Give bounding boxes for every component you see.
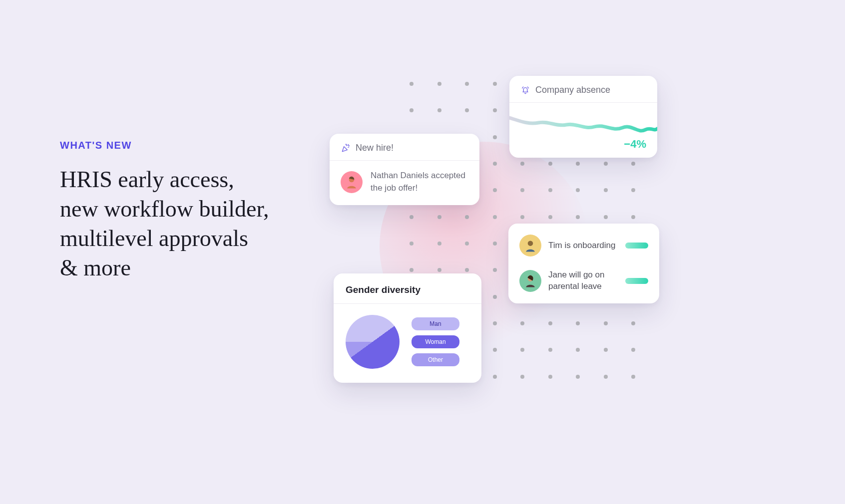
svg-point-1 <box>346 144 346 145</box>
card-absence-header: Company absence <box>509 76 657 103</box>
status-bar-jane <box>625 278 648 284</box>
svg-point-0 <box>349 145 349 146</box>
hero-line-2: new workflow builder, <box>60 196 269 222</box>
card-gender-title: Gender diversity <box>334 273 481 304</box>
absence-delta: −4% <box>624 138 646 151</box>
card-gender-diversity: Gender diversity Man Woman Other <box>334 273 481 383</box>
legend-man: Man <box>412 317 459 330</box>
hero-headline: HRIS early access, new workflow builder,… <box>60 165 340 283</box>
hero-line-1: HRIS early access, <box>60 167 234 192</box>
gender-pie-chart <box>346 315 400 369</box>
legend-woman: Woman <box>412 335 459 348</box>
card-company-absence: Company absence −4% <box>509 76 657 158</box>
avatar-nathan <box>341 171 363 193</box>
bell-icon <box>520 85 530 95</box>
hero-line-3: multilevel approvals <box>60 226 248 251</box>
status-row-jane: Jane will go on parental leave <box>519 269 648 292</box>
status-text-tim: Tim is onboarding <box>548 240 618 252</box>
svg-point-3 <box>528 241 533 246</box>
hero-eyebrow: WHAT'S NEW <box>60 140 340 151</box>
legend-other: Other <box>412 353 459 366</box>
hero-block: WHAT'S NEW HRIS early access, new workfl… <box>60 140 340 283</box>
status-text-jane: Jane will go on parental leave <box>548 269 618 292</box>
hero-line-4: & more <box>60 255 131 280</box>
avatar-jane <box>519 270 541 292</box>
card-absence-title: Company absence <box>535 85 610 95</box>
absence-chart: −4% <box>509 103 657 158</box>
new-hire-row: Nathan Daniels accepted the job offer! <box>341 170 468 194</box>
avatar-tim <box>519 235 541 256</box>
party-popper-icon <box>341 143 351 153</box>
status-bar-tim <box>625 243 648 249</box>
status-row-tim: Tim is onboarding <box>519 235 648 256</box>
card-new-hire: New hire! Nathan Daniels accepted the jo… <box>330 134 479 205</box>
gender-legend: Man Woman Other <box>412 317 459 366</box>
card-status-list: Tim is onboarding Jane will go on parent… <box>508 224 659 303</box>
card-new-hire-title: New hire! <box>356 143 394 153</box>
card-new-hire-header: New hire! <box>330 134 479 161</box>
new-hire-message: Nathan Daniels accepted the job offer! <box>371 170 468 194</box>
